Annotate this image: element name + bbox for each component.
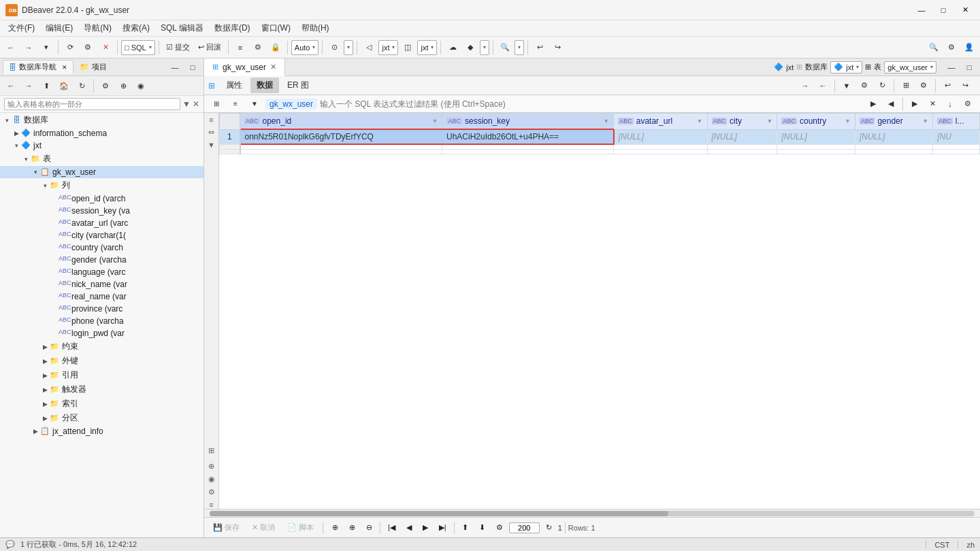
menu-edit[interactable]: 编辑(E) <box>40 21 78 35</box>
tree-item-information-schema[interactable]: ▶ 🔷 information_schema <box>0 127 203 139</box>
menu-nav[interactable]: 导航(N) <box>78 21 117 35</box>
filter-collapse-btn[interactable]: ◀ <box>883 96 899 112</box>
filter-icon[interactable]: ▼ <box>182 99 191 109</box>
tree-item-gk-wx-user[interactable]: ▾ 📋 gk_wx_user <box>0 166 203 178</box>
table-row[interactable]: 1 onnNz5R01NoplkG6gfvTDyErfYCQ UhACiH2uI… <box>220 129 980 144</box>
tree-item-ref[interactable]: ▶ 📁 引用 <box>0 368 203 382</box>
dt-tools-btn[interactable]: ⚙ <box>915 78 932 94</box>
minimize-left-btn[interactable]: — <box>167 59 183 76</box>
left-connect-btn[interactable]: ◉ <box>133 78 149 94</box>
tree-item-constraints[interactable]: ▶ 📁 约束 <box>0 339 203 354</box>
nav-refresh2-btn[interactable]: ↻ <box>541 521 557 534</box>
timer-combo[interactable]: ▾ <box>344 40 353 55</box>
col-header-city[interactable]: ABC city ▼ <box>707 114 777 130</box>
nav-dropdown-button[interactable]: ▾ <box>38 39 54 56</box>
dt-tab-er[interactable]: ER 图 <box>281 78 315 93</box>
sidebar-icon-1[interactable]: ≡ <box>209 116 213 124</box>
left-home-btn[interactable]: 🏠 <box>56 78 72 94</box>
filter-apply-btn[interactable]: ▶ <box>906 96 923 112</box>
minimize-button[interactable]: — <box>912 3 931 17</box>
nav-first-btn[interactable]: |◀ <box>383 521 400 534</box>
dt-tab-props[interactable]: 属性 <box>220 78 248 93</box>
filter-filter-btn[interactable]: ▼ <box>246 98 263 110</box>
tree-item-col-language[interactable]: ABC language (varc <box>0 266 203 278</box>
search-toolbar-button[interactable]: 🔍 <box>497 39 513 56</box>
cell-session-key-1[interactable]: UhACiH2uIdb26OtL+u4PHA== <box>442 129 614 144</box>
redo-button[interactable]: ↪ <box>549 39 566 56</box>
menu-window[interactable]: 窗口(W) <box>256 21 296 35</box>
dt-settings-btn[interactable]: ⚙ <box>856 78 872 94</box>
dt-filter-btn[interactable]: ▼ <box>838 78 855 94</box>
left-refresh-btn[interactable]: ↻ <box>74 78 90 94</box>
dt-tab-data[interactable]: 数据 <box>250 78 279 93</box>
filter-expand-btn[interactable]: ▶ <box>865 96 881 112</box>
tree-item-database[interactable]: ▾ 🗄 数据库 <box>0 113 203 127</box>
col-sort-gender[interactable]: ▼ <box>922 118 928 124</box>
tab-close-btn[interactable]: ✕ <box>270 63 276 71</box>
undo-button[interactable]: ↩ <box>532 39 548 56</box>
tree-item-triggers[interactable]: ▶ 📁 触发器 <box>0 382 203 397</box>
tree-item-partitions[interactable]: ▶ 📁 分区 <box>0 411 203 425</box>
row-limit-input[interactable] <box>509 522 540 533</box>
script-btn[interactable]: 📄 脚本 <box>282 520 318 535</box>
save-btn[interactable]: 💾 保存 <box>208 520 244 535</box>
nav-export-btn[interactable]: ⬆ <box>457 521 473 534</box>
maximize-button[interactable]: □ <box>934 3 953 17</box>
forward-button[interactable]: → <box>20 39 37 56</box>
tree-item-fk[interactable]: ▶ 📁 外键 <box>0 354 203 368</box>
tree-item-col-nick-name[interactable]: ABC nick_name (var <box>0 278 203 290</box>
nav-del-row-btn[interactable]: ⊖ <box>361 521 377 534</box>
filter-settings2-btn[interactable]: ⚙ <box>960 96 976 112</box>
dt-undo2-btn[interactable]: ↩ <box>939 78 956 94</box>
cell-gender-1[interactable]: [NULL] <box>855 129 932 144</box>
nav-next-btn[interactable]: ▶ <box>418 521 433 534</box>
menu-help[interactable]: 帮助(H) <box>296 21 335 35</box>
cell-city-1[interactable]: [NULL] <box>707 129 777 144</box>
col-sort-avatar-url[interactable]: ▼ <box>697 118 703 124</box>
tree-item-columns[interactable]: ▾ 📁 列 <box>0 178 203 193</box>
tree-item-tables[interactable]: ▾ 📁 表 <box>0 152 203 166</box>
tree-item-col-login-pwd[interactable]: ABC login_pwd (var <box>0 327 203 339</box>
tree-item-col-session-key[interactable]: ABC session_key (va <box>0 205 203 217</box>
sidebar-icon-3[interactable]: ▼ <box>208 141 215 149</box>
col-sort-country[interactable]: ▼ <box>845 118 851 124</box>
nav-last-btn[interactable]: ▶| <box>434 521 451 534</box>
ctx-combo-jxt[interactable]: 🔷 jxt ▾ <box>830 61 862 73</box>
tree-item-col-avatar-url[interactable]: ABC avatar_url (varc <box>0 217 203 229</box>
tree-item-col-real-name[interactable]: ABC real_name (var <box>0 290 203 303</box>
cell-l-1[interactable]: [NU <box>933 129 980 144</box>
maximize-left-btn[interactable]: □ <box>184 59 201 76</box>
sql-combo[interactable]: □ SQL ▾ <box>121 40 155 55</box>
left-forward-btn[interactable]: → <box>20 78 37 94</box>
ctx-combo-table[interactable]: gk_wx_user ▾ <box>884 61 936 73</box>
tree-item-jx-attend-info[interactable]: ▶ 📋 jx_attend_info <box>0 425 203 437</box>
col-header-avatar-url[interactable]: ABC avatar_url ▼ <box>614 114 707 130</box>
left-up-btn[interactable]: ⬆ <box>38 78 54 94</box>
col-header-gender[interactable]: ABC gender ▼ <box>855 114 932 130</box>
dt-grid-btn[interactable]: ⊞ <box>898 78 914 94</box>
dt-right-btn-2[interactable]: ← <box>815 78 831 94</box>
left-settings-btn[interactable]: ⚙ <box>97 78 114 94</box>
schema-icon-btn[interactable]: ◫ <box>399 39 416 56</box>
profile-button[interactable]: 👤 <box>961 39 977 56</box>
jxt-combo-2[interactable]: jxt ▾ <box>417 40 437 55</box>
lock-button[interactable]: 🔒 <box>267 39 284 56</box>
filter-clear-btn[interactable]: ✕ <box>924 96 941 112</box>
search-input[interactable] <box>4 98 180 110</box>
refresh-button[interactable]: ⟳ <box>62 39 78 56</box>
filter-history-btn[interactable]: ↓ <box>942 96 958 112</box>
tab-gk-wx-user[interactable]: ⊞ gk_wx_user ✕ <box>204 59 285 76</box>
close-button[interactable]: ✕ <box>956 3 975 17</box>
tree-item-col-open-id[interactable]: ABC open_id (varch <box>0 193 203 205</box>
search-combo[interactable]: ▾ <box>514 40 524 55</box>
rollback-button[interactable]: ↩ 回滚 <box>195 39 225 56</box>
tree-item-col-city[interactable]: ABC city (varchar(1( <box>0 229 203 241</box>
disconnect-button[interactable]: ✕ <box>97 39 114 56</box>
nav-import-btn[interactable]: ⬇ <box>474 521 490 534</box>
close-left-tab-btn[interactable]: ✕ <box>62 64 67 71</box>
jxt-combo-1[interactable]: jxt ▾ <box>378 40 398 55</box>
settings-button[interactable]: ⚙ <box>250 39 266 56</box>
tree-item-col-phone[interactable]: ABC phone (varcha <box>0 315 203 327</box>
menu-database[interactable]: 数据库(D) <box>209 21 256 35</box>
filter-button[interactable]: ≡ <box>232 39 248 56</box>
